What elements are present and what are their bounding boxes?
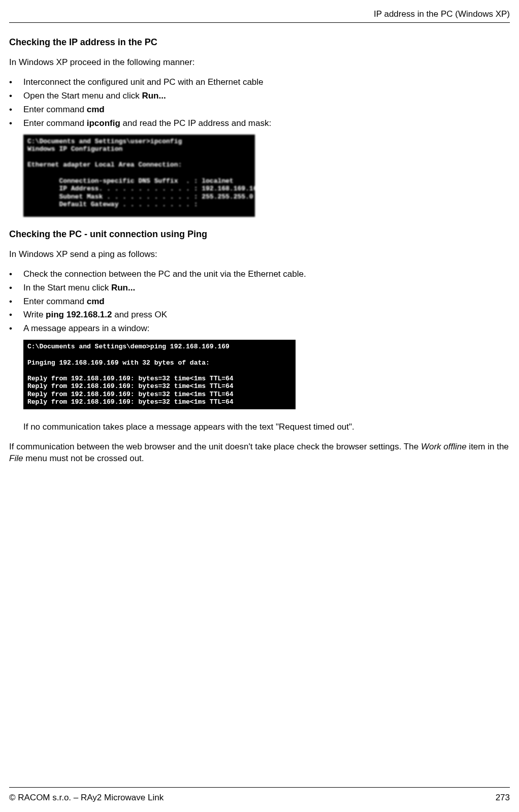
list-item: •Check the connection between the PC and… xyxy=(9,269,510,280)
list-item: •In the Start menu click Run... xyxy=(9,282,510,294)
footer-left: © RACOM s.r.o. – RAy2 Microwave Link xyxy=(9,793,164,803)
list-item: •Enter command ipconfig and read the PC … xyxy=(9,118,510,129)
list-item: •A message appears in a window: xyxy=(9,323,510,335)
section1-intro: In Windows XP proceed in the following m… xyxy=(9,57,510,69)
list-item: •Open the Start menu and click Run... xyxy=(9,90,510,102)
section2-closing: If communication between the web browser… xyxy=(9,441,510,465)
footer-page-number: 273 xyxy=(496,793,510,803)
header-title: IP address in the PC (Windows XP) xyxy=(374,9,510,19)
terminal-ping: C:\Documents and Settings\demo>ping 192.… xyxy=(23,340,296,409)
section2-heading: Checking the PC - unit connection using … xyxy=(9,229,510,240)
terminal-ipconfig: C:\Documents and Settings\user>ipconfig … xyxy=(23,135,255,217)
list-item: •Enter command cmd xyxy=(9,296,510,308)
list-item: •Enter command cmd xyxy=(9,104,510,116)
section2-list: •Check the connection between the PC and… xyxy=(9,269,510,335)
section2-timeout-note: If no communication takes place a messag… xyxy=(23,421,510,433)
page-footer: © RACOM s.r.o. – RAy2 Microwave Link 273 xyxy=(9,787,510,812)
list-item: •Interconnect the configured unit and PC… xyxy=(9,77,510,88)
section1-heading: Checking the IP address in the PC xyxy=(9,37,510,48)
section1-list: •Interconnect the configured unit and PC… xyxy=(9,77,510,129)
page-content: Checking the IP address in the PC In Win… xyxy=(9,37,510,787)
section2-intro: In Windows XP send a ping as follows: xyxy=(9,249,510,261)
page-header: IP address in the PC (Windows XP) xyxy=(9,9,510,23)
list-item: •Write ping 192.168.1.2 and press OK xyxy=(9,309,510,321)
